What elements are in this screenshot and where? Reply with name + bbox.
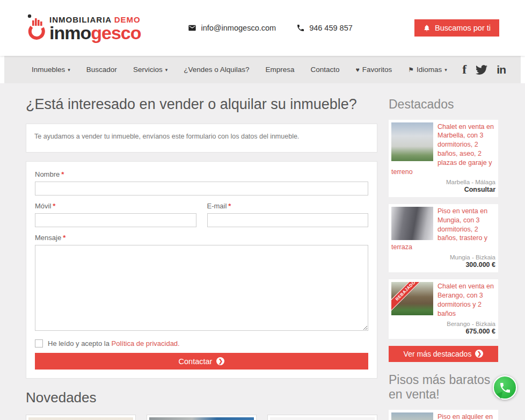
name-input[interactable]: [35, 182, 368, 195]
nav-label: ¿Vendes o Alquilas?: [184, 66, 249, 74]
logo-bottom-line: inmogesco: [49, 24, 141, 42]
nav-label: Inmuebles: [32, 66, 65, 74]
nav-label: Idiomas: [417, 66, 442, 74]
chevron-down-icon: ▾: [165, 67, 168, 73]
pisos-baratos-title: Pisos más baratos en venta!: [389, 373, 498, 402]
header-email-text: info@inmogesco.com: [201, 24, 276, 32]
privacy-policy-link[interactable]: Política de privacidad.: [112, 339, 180, 347]
logo-gesco: gesco: [91, 23, 141, 43]
header-phone[interactable]: 946 459 857: [296, 24, 353, 32]
required-asterisk: *: [228, 202, 231, 210]
property-photo: [391, 412, 433, 420]
company-logo[interactable]: INMOBILIARIA DEMO inmogesco: [26, 14, 141, 42]
name-label: Nombre*: [35, 170, 368, 178]
linkedin-icon[interactable]: in: [497, 63, 506, 76]
property-location: Berango - Bizkaia: [391, 321, 495, 327]
flag-icon: ⚑: [408, 66, 414, 74]
destacado-card[interactable]: REBAJADO Chalet en venta en Berango, con…: [389, 279, 498, 339]
sidebar: Destacados Chalet en venta en Marbella, …: [389, 92, 498, 420]
novedad-card[interactable]: Alquiler: [26, 415, 136, 420]
twitter-icon[interactable]: [476, 64, 487, 76]
nav-item-servicios[interactable]: Servicios▾: [125, 66, 176, 74]
nav-label: Buscador: [86, 66, 117, 74]
heart-icon: ♥: [356, 66, 360, 74]
message-label: Mensaje*: [35, 234, 368, 242]
email-label: E-mail*: [207, 202, 369, 210]
destacado-card[interactable]: Chalet en venta en Marbella, con 3 dormi…: [389, 120, 498, 197]
nav-item-idiomas[interactable]: ⚑Idiomas▾: [400, 66, 455, 74]
nav-item-favoritos[interactable]: ♥Favoritos: [348, 66, 400, 74]
whatsapp-phone-icon: [499, 381, 512, 394]
ver-mas-label: Ver más destacados: [404, 350, 472, 358]
nav-item-vendes-o-alquilas[interactable]: ¿Vendes o Alquilas?: [176, 66, 257, 74]
novedad-card[interactable]: Alquiler: [147, 415, 257, 420]
header-email[interactable]: info@inmogesco.com: [188, 24, 276, 32]
twitter-bird-icon: [476, 64, 487, 76]
contactar-button[interactable]: Contactar ❯: [35, 353, 368, 370]
property-photo: [391, 122, 433, 161]
required-asterisk: *: [63, 234, 65, 242]
chevron-down-icon: ▾: [444, 67, 447, 73]
nav-item-inmuebles[interactable]: Inmuebles▾: [24, 66, 78, 74]
nav-item-contacto[interactable]: Contacto: [303, 66, 348, 74]
intro-panel: Te ayudamos a vender tu inmueble, envían…: [26, 124, 377, 153]
property-photo: [391, 207, 433, 240]
intro-text: Te ayudamos a vender tu inmueble, envían…: [34, 133, 299, 140]
mobile-input[interactable]: [35, 213, 196, 227]
buscamos-por-ti-button[interactable]: Buscamos por ti: [414, 19, 499, 37]
envelope-icon: [188, 24, 196, 32]
nav-label: Servicios: [133, 66, 163, 74]
whatsapp-button[interactable]: [493, 375, 517, 400]
property-location: Mungia - Bizkaia: [391, 254, 495, 260]
piso-barato-card[interactable]: Piso en alquiler en Marbella, con 3 dorm…: [389, 410, 498, 420]
privacy-checkbox[interactable]: [35, 339, 43, 347]
nav-item-empresa[interactable]: Empresa: [258, 66, 303, 74]
logo-building-icon: [26, 14, 46, 42]
arrow-circle-right-icon: ❯: [475, 350, 483, 358]
content-background: ¿Está interesado en vender o alquilar su…: [0, 83, 525, 420]
property-photo: REBAJADO: [391, 282, 433, 315]
rebajado-ribbon: REBAJADO: [391, 282, 427, 312]
property-price: 675.000 €: [391, 328, 495, 335]
nav-label: Favoritos: [362, 66, 392, 74]
bell-icon: [423, 24, 431, 32]
property-price: Consultar: [391, 186, 495, 193]
property-photo: Alquiler: [28, 417, 133, 420]
nav-item-buscador[interactable]: Buscador: [78, 66, 125, 74]
property-photo: INMOBILIARIA DEMO inmogesco Venta: [270, 417, 375, 420]
facebook-icon[interactable]: f: [462, 62, 466, 77]
arrow-circle-right-icon: ❯: [216, 357, 224, 365]
ver-mas-destacados-button[interactable]: Ver más destacados ❯: [389, 346, 498, 362]
property-location: Marbella - Málaga: [391, 179, 495, 185]
novedades-title: Novedades: [26, 389, 377, 406]
contactar-label: Contactar: [179, 357, 213, 366]
chevron-down-icon: ▾: [68, 67, 70, 73]
logo-inmo: inmo: [49, 23, 91, 43]
nav-label: Contacto: [311, 66, 340, 74]
property-photo: Alquiler: [149, 417, 254, 420]
cta-label: Buscamos por ti: [435, 24, 491, 32]
required-asterisk: *: [53, 202, 55, 210]
site-header: INMOBILIARIA DEMO inmogesco info@inmoges…: [0, 0, 525, 56]
email-input[interactable]: [207, 213, 369, 227]
main-nav: Inmuebles▾ Buscador Servicios▾ ¿Vendes o…: [4, 56, 521, 83]
property-price: 300.000 €: [391, 261, 495, 269]
message-textarea[interactable]: [35, 245, 368, 331]
page-title: ¿Está interesado en vender o alquilar su…: [26, 96, 377, 113]
novedad-card[interactable]: INMOBILIARIA DEMO inmogesco Venta: [267, 415, 377, 420]
privacy-text: He leído y acepto la Política de privaci…: [48, 339, 180, 347]
phone-icon: [296, 24, 305, 32]
nav-label: Empresa: [266, 66, 295, 74]
required-asterisk: *: [61, 170, 64, 178]
contact-form: Nombre* Móvil* E-mail* Mensaje*: [26, 161, 377, 379]
header-phone-text: 946 459 857: [309, 24, 353, 32]
mobile-label: Móvil*: [35, 202, 196, 210]
destacado-card[interactable]: Piso en venta en Mungia, con 3 dormitori…: [389, 204, 498, 272]
destacados-title: Destacados: [389, 97, 498, 112]
nav-wrapper: Inmuebles▾ Buscador Servicios▾ ¿Vendes o…: [0, 56, 525, 83]
